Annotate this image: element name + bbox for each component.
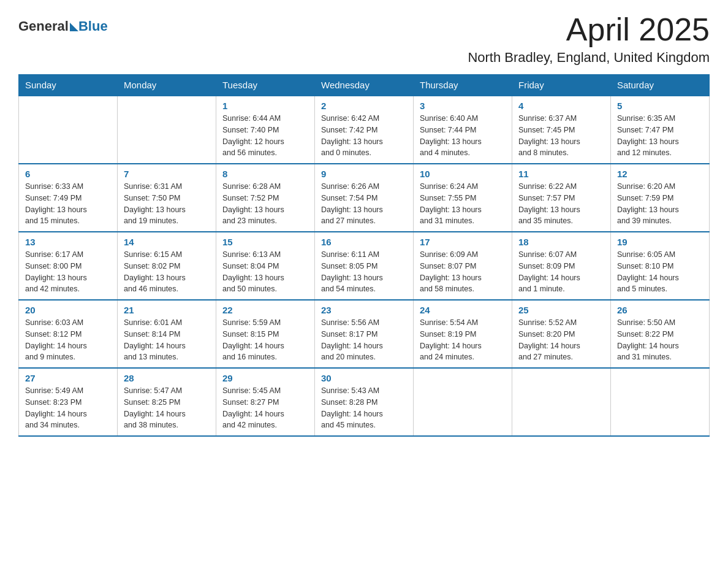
calendar-cell: 10Sunrise: 6:24 AM Sunset: 7:55 PM Dayli… xyxy=(414,164,512,232)
day-number: 17 xyxy=(420,237,506,247)
column-header-saturday: Saturday xyxy=(611,75,710,96)
day-number: 6 xyxy=(25,169,111,179)
month-title: April 2025 xyxy=(468,12,710,47)
day-info: Sunrise: 6:33 AM Sunset: 7:49 PM Dayligh… xyxy=(25,181,111,227)
day-number: 28 xyxy=(124,373,210,383)
day-number: 16 xyxy=(321,237,407,247)
day-info: Sunrise: 6:24 AM Sunset: 7:55 PM Dayligh… xyxy=(420,181,506,227)
day-info: Sunrise: 5:54 AM Sunset: 8:19 PM Dayligh… xyxy=(420,317,506,363)
day-number: 18 xyxy=(518,237,604,247)
logo-triangle-icon xyxy=(70,23,78,31)
calendar-cell xyxy=(414,368,512,436)
day-info: Sunrise: 5:47 AM Sunset: 8:25 PM Dayligh… xyxy=(124,385,210,431)
day-info: Sunrise: 6:22 AM Sunset: 7:57 PM Dayligh… xyxy=(518,181,604,227)
calendar-week-row: 6Sunrise: 6:33 AM Sunset: 7:49 PM Daylig… xyxy=(19,164,710,232)
calendar-cell: 27Sunrise: 5:49 AM Sunset: 8:23 PM Dayli… xyxy=(19,368,118,436)
day-info: Sunrise: 6:44 AM Sunset: 7:40 PM Dayligh… xyxy=(222,113,308,159)
day-number: 29 xyxy=(222,373,308,383)
calendar-cell: 15Sunrise: 6:13 AM Sunset: 8:04 PM Dayli… xyxy=(216,232,315,300)
day-number: 30 xyxy=(321,373,407,383)
day-number: 19 xyxy=(617,237,703,247)
day-info: Sunrise: 5:50 AM Sunset: 8:22 PM Dayligh… xyxy=(617,317,703,363)
day-number: 9 xyxy=(321,169,407,179)
calendar-cell: 20Sunrise: 6:03 AM Sunset: 8:12 PM Dayli… xyxy=(19,300,118,368)
day-number: 11 xyxy=(518,169,604,179)
day-number: 25 xyxy=(518,305,604,315)
calendar-cell: 26Sunrise: 5:50 AM Sunset: 8:22 PM Dayli… xyxy=(611,300,710,368)
calendar-cell xyxy=(118,96,216,164)
calendar-week-row: 27Sunrise: 5:49 AM Sunset: 8:23 PM Dayli… xyxy=(19,368,710,436)
calendar-cell: 23Sunrise: 5:56 AM Sunset: 8:17 PM Dayli… xyxy=(315,300,414,368)
column-header-thursday: Thursday xyxy=(414,75,512,96)
day-info: Sunrise: 5:59 AM Sunset: 8:15 PM Dayligh… xyxy=(222,317,308,363)
calendar-cell: 29Sunrise: 5:45 AM Sunset: 8:27 PM Dayli… xyxy=(216,368,315,436)
calendar-cell: 21Sunrise: 6:01 AM Sunset: 8:14 PM Dayli… xyxy=(118,300,216,368)
title-block: April 2025 North Bradley, England, Unite… xyxy=(468,12,710,66)
calendar-cell: 9Sunrise: 6:26 AM Sunset: 7:54 PM Daylig… xyxy=(315,164,414,232)
day-number: 22 xyxy=(222,305,308,315)
day-info: Sunrise: 6:42 AM Sunset: 7:42 PM Dayligh… xyxy=(321,113,407,159)
day-number: 20 xyxy=(25,305,111,315)
day-info: Sunrise: 5:45 AM Sunset: 8:27 PM Dayligh… xyxy=(222,385,308,431)
calendar-cell: 28Sunrise: 5:47 AM Sunset: 8:25 PM Dayli… xyxy=(118,368,216,436)
calendar-cell: 12Sunrise: 6:20 AM Sunset: 7:59 PM Dayli… xyxy=(611,164,710,232)
calendar-cell: 11Sunrise: 6:22 AM Sunset: 7:57 PM Dayli… xyxy=(512,164,611,232)
day-number: 24 xyxy=(420,305,506,315)
logo-blue-text: Blue xyxy=(78,18,108,34)
calendar-cell: 1Sunrise: 6:44 AM Sunset: 7:40 PM Daylig… xyxy=(216,96,315,164)
day-info: Sunrise: 6:26 AM Sunset: 7:54 PM Dayligh… xyxy=(321,181,407,227)
day-number: 5 xyxy=(617,101,703,111)
calendar-week-row: 13Sunrise: 6:17 AM Sunset: 8:00 PM Dayli… xyxy=(19,232,710,300)
day-info: Sunrise: 6:15 AM Sunset: 8:02 PM Dayligh… xyxy=(124,249,210,295)
calendar-cell: 17Sunrise: 6:09 AM Sunset: 8:07 PM Dayli… xyxy=(414,232,512,300)
column-header-friday: Friday xyxy=(512,75,611,96)
day-info: Sunrise: 6:05 AM Sunset: 8:10 PM Dayligh… xyxy=(617,249,703,295)
calendar-cell: 5Sunrise: 6:35 AM Sunset: 7:47 PM Daylig… xyxy=(611,96,710,164)
day-info: Sunrise: 5:56 AM Sunset: 8:17 PM Dayligh… xyxy=(321,317,407,363)
column-header-tuesday: Tuesday xyxy=(216,75,315,96)
day-info: Sunrise: 6:01 AM Sunset: 8:14 PM Dayligh… xyxy=(124,317,210,363)
day-info: Sunrise: 5:52 AM Sunset: 8:20 PM Dayligh… xyxy=(518,317,604,363)
day-info: Sunrise: 6:40 AM Sunset: 7:44 PM Dayligh… xyxy=(420,113,506,159)
day-info: Sunrise: 6:07 AM Sunset: 8:09 PM Dayligh… xyxy=(518,249,604,295)
day-info: Sunrise: 6:13 AM Sunset: 8:04 PM Dayligh… xyxy=(222,249,308,295)
day-info: Sunrise: 6:31 AM Sunset: 7:50 PM Dayligh… xyxy=(124,181,210,227)
day-info: Sunrise: 6:35 AM Sunset: 7:47 PM Dayligh… xyxy=(617,113,703,159)
logo-general-text: General xyxy=(18,18,69,34)
day-info: Sunrise: 6:03 AM Sunset: 8:12 PM Dayligh… xyxy=(25,317,111,363)
day-number: 3 xyxy=(420,101,506,111)
location-title: North Bradley, England, United Kingdom xyxy=(468,50,710,66)
day-number: 1 xyxy=(222,101,308,111)
day-number: 12 xyxy=(617,169,703,179)
calendar-cell: 18Sunrise: 6:07 AM Sunset: 8:09 PM Dayli… xyxy=(512,232,611,300)
calendar-cell xyxy=(512,368,611,436)
calendar-cell: 13Sunrise: 6:17 AM Sunset: 8:00 PM Dayli… xyxy=(19,232,118,300)
day-number: 15 xyxy=(222,237,308,247)
calendar-cell: 8Sunrise: 6:28 AM Sunset: 7:52 PM Daylig… xyxy=(216,164,315,232)
calendar-cell: 24Sunrise: 5:54 AM Sunset: 8:19 PM Dayli… xyxy=(414,300,512,368)
calendar-cell: 19Sunrise: 6:05 AM Sunset: 8:10 PM Dayli… xyxy=(611,232,710,300)
column-header-sunday: Sunday xyxy=(19,75,118,96)
page-header: General Blue April 2025 North Bradley, E… xyxy=(18,12,710,66)
calendar-cell: 30Sunrise: 5:43 AM Sunset: 8:28 PM Dayli… xyxy=(315,368,414,436)
day-number: 4 xyxy=(518,101,604,111)
calendar-header-row: SundayMondayTuesdayWednesdayThursdayFrid… xyxy=(19,75,710,96)
calendar-cell: 6Sunrise: 6:33 AM Sunset: 7:49 PM Daylig… xyxy=(19,164,118,232)
day-info: Sunrise: 6:11 AM Sunset: 8:05 PM Dayligh… xyxy=(321,249,407,295)
calendar-cell: 2Sunrise: 6:42 AM Sunset: 7:42 PM Daylig… xyxy=(315,96,414,164)
day-info: Sunrise: 6:09 AM Sunset: 8:07 PM Dayligh… xyxy=(420,249,506,295)
day-number: 14 xyxy=(124,237,210,247)
calendar-cell: 25Sunrise: 5:52 AM Sunset: 8:20 PM Dayli… xyxy=(512,300,611,368)
day-number: 23 xyxy=(321,305,407,315)
calendar-cell: 14Sunrise: 6:15 AM Sunset: 8:02 PM Dayli… xyxy=(118,232,216,300)
day-info: Sunrise: 6:17 AM Sunset: 8:00 PM Dayligh… xyxy=(25,249,111,295)
day-number: 21 xyxy=(124,305,210,315)
calendar-cell: 16Sunrise: 6:11 AM Sunset: 8:05 PM Dayli… xyxy=(315,232,414,300)
day-number: 13 xyxy=(25,237,111,247)
calendar-table: SundayMondayTuesdayWednesdayThursdayFrid… xyxy=(18,74,710,437)
calendar-cell: 3Sunrise: 6:40 AM Sunset: 7:44 PM Daylig… xyxy=(414,96,512,164)
day-number: 27 xyxy=(25,373,111,383)
day-info: Sunrise: 6:37 AM Sunset: 7:45 PM Dayligh… xyxy=(518,113,604,159)
calendar-cell xyxy=(19,96,118,164)
column-header-monday: Monday xyxy=(118,75,216,96)
